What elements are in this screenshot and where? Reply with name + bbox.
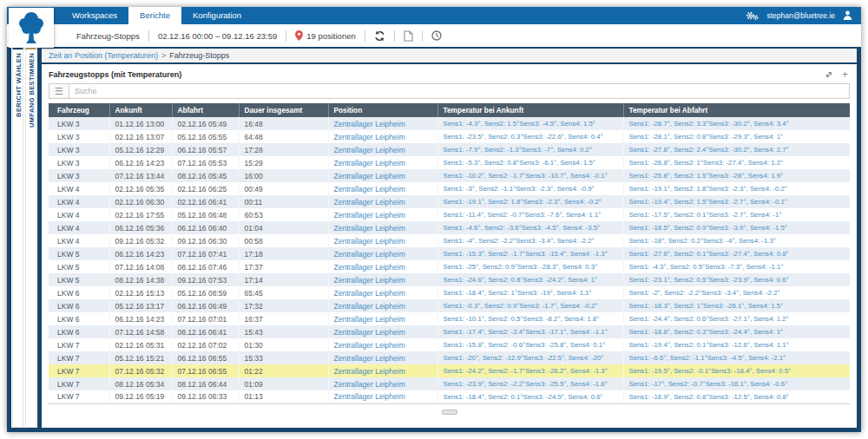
cell-vehicle: LKW 6 (49, 286, 109, 299)
table-row[interactable]: LKW 306.12.16 14:2307.12.16 05:5315:29Ze… (49, 156, 850, 169)
date-range[interactable]: 02.12.16 00:00 – 09.12.16 23:59 (158, 31, 277, 41)
position-link[interactable]: Zentrallager Leipheim (334, 328, 405, 337)
position-link[interactable]: Zentrallager Leipheim (334, 237, 405, 246)
nav-workspaces[interactable]: Workspaces (61, 7, 128, 24)
horizontal-scrollbar-thumb[interactable] (442, 410, 457, 415)
position-link[interactable]: Zentrallager Leipheim (334, 367, 405, 376)
table-row[interactable]: LKW 709.12.16 05:1909.12.16 06:3301:13Ze… (49, 390, 850, 403)
column-header[interactable]: Abfahrt (172, 103, 239, 117)
position-link[interactable]: Zentrallager Leipheim (334, 120, 405, 128)
cell-departure: 08.12.16 07:46 (172, 260, 239, 273)
top-nav-bar: Workspaces Berichte Konfiguration stepha… (7, 7, 861, 24)
position-link[interactable]: Zentrallager Leipheim (334, 289, 405, 298)
table-row[interactable]: LKW 301.12.16 13:0002.12.16 05:4916:48Ze… (49, 117, 850, 130)
table-row[interactable]: LKW 708.12.16 05:3408.12.16 06:4401:09Ze… (49, 377, 850, 390)
column-header[interactable]: Position (328, 103, 437, 117)
cell-arrival: 08.12.16 14:38 (109, 273, 172, 286)
toolbar-divider (286, 30, 286, 42)
position-link[interactable]: Zentrallager Leipheim (334, 185, 405, 193)
cell-arrival: 06.12.16 05:36 (109, 221, 172, 234)
column-header[interactable]: Fahrzeug (49, 103, 109, 117)
column-header[interactable]: Dauer insgesamt (239, 103, 328, 117)
table-row[interactable]: LKW 705.12.16 15:2106.12.16 06:5515:33Ze… (49, 351, 850, 364)
table-row[interactable]: LKW 402.12.16 05:3502.12.16 06:2500:49Ze… (49, 182, 850, 195)
user-email[interactable]: stephan@bluetree.ie (766, 11, 835, 20)
column-header[interactable]: Temperatur bei Abfahrt (623, 103, 850, 117)
cell-temp-departure: Sens1: -28.7°, Sens2: 3.3°Sens3: -30.2°,… (623, 117, 850, 130)
menu-icon[interactable]: ☰ (49, 83, 69, 99)
breadcrumb-link[interactable]: Zeit an Position (Temperaturen) (49, 51, 158, 60)
cell-arrival: 06.12.16 14:23 (109, 312, 172, 325)
position-link[interactable]: Zentrallager Leipheim (334, 250, 405, 259)
position-link[interactable]: Zentrallager Leipheim (334, 315, 405, 324)
expand-icon[interactable] (825, 70, 833, 79)
user-icon[interactable] (843, 10, 852, 21)
table-row[interactable]: LKW 409.12.16 05:3209.12.16 06:3000:58Ze… (49, 234, 850, 247)
table-row[interactable]: LKW 406.12.16 05:3606.12.16 06:4001:04Ze… (49, 221, 850, 234)
panel-title: Fahrzeugstopps (mit Temperaturen) (49, 70, 181, 79)
table-row[interactable]: LKW 508.12.16 14:3809.12.16 07:5317:14Ze… (49, 273, 850, 286)
cell-departure: 02.12.16 06:25 (172, 182, 239, 195)
table-row[interactable]: LKW 607.12.16 14:5808.12.16 06:4115:43Ze… (49, 325, 850, 338)
cell-vehicle: LKW 3 (49, 156, 109, 169)
position-link[interactable]: Zentrallager Leipheim (334, 133, 405, 141)
bluetree-logo[interactable] (9, 8, 54, 48)
position-link[interactable]: Zentrallager Leipheim (334, 146, 405, 154)
clock-icon[interactable] (431, 30, 442, 41)
nav-berichte[interactable]: Berichte (128, 7, 181, 24)
position-link[interactable]: Zentrallager Leipheim (334, 211, 405, 220)
sidebar-tab-umfang-bestimmen[interactable]: UMFANG BESTIMMEN (25, 47, 36, 428)
position-link[interactable]: Zentrallager Leipheim (334, 263, 405, 272)
cell-temp-arrival: Sens1: -19.1°, Sens2: 1.8°Sens3: -2.3°, … (437, 195, 623, 208)
sidebar-tab-bericht-waehlen[interactable]: BERICHT WÄHLEN (12, 47, 23, 428)
table-row[interactable]: LKW 402.12.16 17:5505.12.16 06:4860:53Ze… (49, 208, 850, 221)
cell-vehicle: LKW 6 (49, 312, 109, 325)
position-link[interactable]: Zentrallager Leipheim (334, 198, 405, 206)
position-link[interactable]: Zentrallager Leipheim (334, 341, 405, 350)
position-link[interactable]: Zentrallager Leipheim (334, 276, 405, 285)
table-row[interactable]: LKW 302.12.16 13:0705.12.16 05:5564:48Ze… (49, 130, 850, 143)
cell-departure: 09.12.16 07:53 (172, 273, 239, 286)
table-row[interactable]: LKW 402.12.16 06:3002.12.16 06:4100:11Ze… (49, 195, 850, 208)
table-row[interactable]: LKW 506.12.16 14:2307.12.16 07:4117:18Ze… (49, 247, 850, 260)
cell-temp-departure: Sens1: -28.1°, Sens2: 0.8°Sens3: -29.3°,… (623, 130, 850, 143)
column-header[interactable]: Ankunft (109, 103, 172, 117)
export-document-icon[interactable] (404, 30, 413, 42)
table-row[interactable]: LKW 307.12.16 13:4408.12.16 05:4516:00Ze… (49, 169, 850, 182)
table-row[interactable]: LKW 605.12.16 13:1706.12.16 06:4917:32Ze… (49, 299, 850, 312)
report-name: Fahrzeug-Stopps (76, 31, 140, 41)
position-link[interactable]: Zentrallager Leipheim (334, 302, 405, 311)
cell-vehicle: LKW 7 (49, 351, 109, 364)
position-link[interactable]: Zentrallager Leipheim (334, 354, 405, 363)
position-link[interactable]: Zentrallager Leipheim (334, 392, 405, 401)
cell-departure: 08.12.16 05:45 (172, 169, 239, 182)
table-row[interactable]: LKW 305.12.16 12:2906.12.16 05:5717:28Ze… (49, 143, 850, 156)
search-input[interactable] (69, 83, 850, 99)
breadcrumb: Zeit an Position (Temperaturen) > Fahrze… (42, 49, 857, 64)
table-row[interactable]: LKW 507.12.16 14:0808.12.16 07:4617:37Ze… (49, 260, 850, 273)
toolbar-divider (148, 30, 149, 42)
refresh-icon[interactable] (374, 30, 385, 42)
cell-temp-arrival: Sens1: -23.9°, Sens2: -2.2°Sens3: -25.5°… (437, 377, 623, 390)
table-row[interactable]: LKW 606.12.16 14:2307.12.16 07:0116:37Ze… (49, 312, 850, 325)
table-row[interactable]: LKW 702.12.16 05:3102.12.16 07:0201:30Ze… (49, 338, 850, 351)
cell-duration: 01:30 (239, 338, 328, 351)
position-link[interactable]: Zentrallager Leipheim (334, 159, 405, 167)
positions-indicator[interactable]: 19 positionen (295, 30, 356, 41)
table-row[interactable]: LKW 602.12.16 15:1305.12.16 08:5965:45Ze… (49, 286, 850, 299)
positions-count: 19 positionen (306, 31, 356, 41)
cell-temp-arrival: Sens1: -3°, Sens2: -1.1°Sens3: -2.3°, Se… (437, 182, 623, 195)
position-link[interactable]: Zentrallager Leipheim (334, 224, 405, 233)
cell-temp-arrival: Sens1: -11.4°, Sens2: -0.7°Sens3: -7.6°,… (437, 208, 623, 221)
position-link[interactable]: Zentrallager Leipheim (334, 380, 405, 389)
breadcrumb-separator: > (161, 51, 166, 60)
cell-temp-arrival: Sens1: -10.1°, Sens2: 0.5°Sens3: -8.2°, … (437, 312, 623, 325)
table-row[interactable]: LKW 707.12.16 05:3207.12.16 06:5501:22Ze… (49, 364, 850, 377)
cell-duration: 00:58 (239, 234, 328, 247)
position-link[interactable]: Zentrallager Leipheim (334, 172, 405, 180)
cell-departure: 02.12.16 07:02 (172, 338, 239, 351)
cogs-icon[interactable] (746, 10, 759, 21)
add-icon[interactable]: + (842, 70, 848, 79)
nav-konfiguration[interactable]: Konfiguration (181, 7, 253, 24)
column-header[interactable]: Temperatur bei Ankunft (437, 103, 623, 117)
